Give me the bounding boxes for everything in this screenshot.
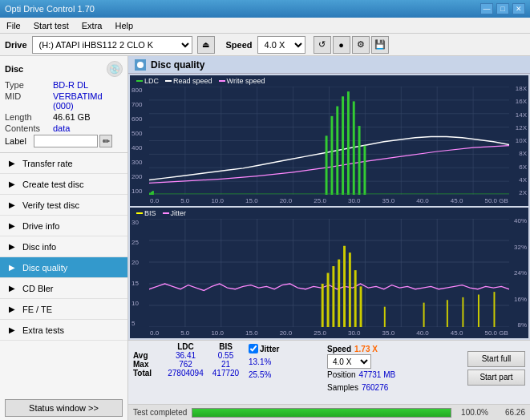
position-label: Position <box>327 370 356 379</box>
sidebar-item-fe-te[interactable]: ▶FE / TE <box>0 299 127 320</box>
menubar: File Start test Extra Help <box>0 18 530 34</box>
svg-rect-45 <box>322 284 324 327</box>
fe-te-icon: ▶ <box>6 304 18 315</box>
svg-rect-27 <box>353 101 355 195</box>
sidebar-item-verify-test-disc[interactable]: ▶Verify test disc <box>0 195 127 216</box>
svg-rect-20 <box>151 192 152 195</box>
sidebar-label-disc-info: Disc info <box>22 242 56 252</box>
svg-rect-28 <box>358 126 361 195</box>
disc-icon[interactable]: ● <box>333 36 350 54</box>
sidebar-item-drive-info[interactable]: ▶Drive info <box>0 216 127 236</box>
svg-rect-50 <box>349 252 351 327</box>
mid-key: MID <box>5 91 53 111</box>
avg-ldc: 36.41 <box>164 351 208 360</box>
drive-info-icon: ▶ <box>6 220 18 232</box>
progress-label: 100.0% <box>456 408 488 417</box>
disc-section-label: Disc <box>5 64 23 74</box>
svg-rect-46 <box>327 273 330 328</box>
status-window-btn[interactable]: Status window >> <box>5 399 123 417</box>
disc-quality-icon: ▶ <box>6 262 18 273</box>
sidebar-label-extra-tests: Extra tests <box>22 325 64 335</box>
speed-stat-select[interactable]: 4.0 X <box>327 354 371 369</box>
eject-btn[interactable]: ⏏ <box>197 36 215 54</box>
ldc-header: LDC <box>164 342 208 351</box>
speed-stat-val: 1.73 X <box>354 345 378 353</box>
menu-help[interactable]: Help <box>111 19 136 32</box>
avg-bis: 0.55 <box>208 351 244 360</box>
menu-file[interactable]: File <box>3 19 24 32</box>
legend-write: Write speed <box>227 77 265 85</box>
chart-ldc: LDC Read speed Write speed 800 700 600 5… <box>130 75 528 206</box>
disc-icon: 💿 <box>107 61 123 77</box>
stats-bar: LDC BIS Avg 36.41 0.55 Max 762 21 Tota <box>128 340 530 404</box>
svg-rect-58 <box>493 292 495 327</box>
sidebar-item-cd-bler[interactable]: ▶CD Bler <box>0 278 127 299</box>
window-controls: — □ ✕ <box>480 3 525 14</box>
extra-tests-icon: ▶ <box>6 325 18 336</box>
start-full-btn[interactable]: Start full <box>467 351 525 367</box>
sidebar-item-disc-quality[interactable]: ▶Disc quality <box>0 257 127 278</box>
svg-rect-48 <box>338 260 340 327</box>
drivebar: Drive (H:) ATAPI iHBS112 2 CLO K ⏏ Speed… <box>0 34 530 56</box>
save-icon[interactable]: 💾 <box>371 36 389 54</box>
label-input[interactable] <box>34 135 98 147</box>
samples-label: Samples <box>327 383 358 392</box>
chart1-svg <box>149 87 509 195</box>
refresh-icon[interactable]: ↺ <box>314 36 331 54</box>
speed-select[interactable]: 4.0 X <box>257 36 305 54</box>
drive-select[interactable]: (H:) ATAPI iHBS112 2 CLO K <box>32 36 192 54</box>
jitter-checkbox[interactable] <box>249 344 258 353</box>
svg-rect-55 <box>447 300 448 327</box>
sidebar-item-disc-info[interactable]: ▶Disc info <box>0 236 127 257</box>
legend-bis: BIS <box>144 209 156 217</box>
chart1-y-right: 18X 16X 14X 12X 10X 8X 6X 4X 2X <box>516 85 527 196</box>
max-label: Max <box>133 360 164 369</box>
content-title: Disc quality <box>151 59 204 71</box>
sidebar-item-extra-tests[interactable]: ▶Extra tests <box>0 320 127 341</box>
sidebar-label-fe-te: FE / TE <box>22 305 52 314</box>
sidebar: Disc 💿 Type BD-R DL MID VERBATIMd (000) … <box>0 56 128 420</box>
legend-ldc: LDC <box>144 77 159 85</box>
svg-rect-52 <box>360 286 362 327</box>
sidebar-item-create-test-disc[interactable]: ▶Create test disc <box>0 174 127 195</box>
chart1-legend: LDC Read speed Write speed <box>136 77 265 85</box>
status-text: Test completed <box>133 408 187 417</box>
progress-right-val: 66.26 <box>493 408 525 417</box>
chart2-svg <box>149 219 509 327</box>
maximize-btn[interactable]: □ <box>496 3 509 14</box>
settings-icon[interactable]: ⚙ <box>352 36 370 54</box>
nav-list: ▶Transfer rate▶Create test disc▶Verify t… <box>0 153 127 341</box>
legend-read: Read speed <box>173 77 212 85</box>
titlebar: Opti Drive Control 1.70 — □ ✕ <box>0 0 530 18</box>
drive-action-icons: ↺ ● ⚙ 💾 <box>314 36 389 54</box>
svg-rect-47 <box>332 266 334 327</box>
transfer-rate-icon: ▶ <box>6 158 18 169</box>
chart2-legend: BIS Jitter <box>136 209 186 217</box>
sidebar-label-transfer-rate: Transfer rate <box>22 159 73 168</box>
disc-info-icon: ▶ <box>6 241 18 252</box>
svg-rect-57 <box>478 295 479 328</box>
max-ldc: 762 <box>164 360 208 369</box>
svg-point-0 <box>137 62 144 68</box>
type-key: Type <box>5 80 53 90</box>
type-val: BD-R DL <box>53 80 123 90</box>
mid-val: VERBATIMd (000) <box>53 91 123 111</box>
jitter-max: 25.5% <box>249 370 271 379</box>
svg-rect-53 <box>384 307 386 327</box>
total-ldc: 27804094 <box>164 369 208 378</box>
close-btn[interactable]: ✕ <box>512 3 525 14</box>
avg-label: Avg <box>133 351 164 360</box>
menu-start-test[interactable]: Start test <box>30 19 72 32</box>
label-key: Label <box>5 136 34 146</box>
label-edit-btn[interactable]: ✏ <box>99 135 112 147</box>
contents-key: Contents <box>5 123 53 133</box>
svg-rect-21 <box>152 191 154 195</box>
menu-extra[interactable]: Extra <box>79 19 106 32</box>
sidebar-label-cd-bler: CD Bler <box>22 284 54 293</box>
sidebar-item-transfer-rate[interactable]: ▶Transfer rate <box>0 153 127 174</box>
drive-label: Drive <box>5 40 27 50</box>
start-part-btn[interactable]: Start part <box>467 370 525 386</box>
sidebar-label-create-test-disc: Create test disc <box>22 180 83 189</box>
progress-bar-container: Test completed 100.0% 66.26 <box>128 404 530 420</box>
minimize-btn[interactable]: — <box>480 3 493 14</box>
